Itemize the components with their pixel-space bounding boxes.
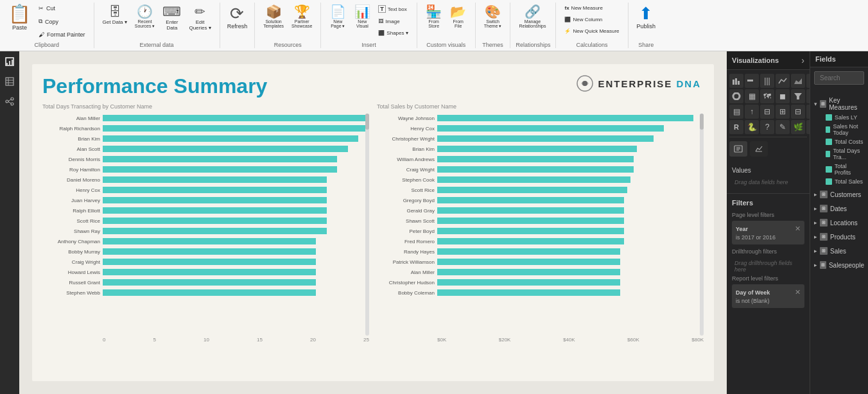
copy-button[interactable]: ⧉ Copy: [35, 15, 89, 28]
new-column-button[interactable]: ⬛ New Column: [561, 14, 622, 25]
bar-fill: [103, 279, 316, 286]
python-icon[interactable]: 🐍: [745, 120, 759, 134]
format-tab[interactable]: [729, 141, 747, 157]
multi-row-card-icon[interactable]: ▤: [729, 105, 743, 119]
list-item[interactable]: Sales Not Today: [824, 122, 865, 137]
field-group-header-salespeople[interactable]: ▸⊞Salespeople: [813, 259, 865, 271]
fields-panel-title: Fields: [815, 55, 836, 63]
field-group-name: Key Measures: [829, 97, 864, 111]
list-item[interactable]: Sales LY: [824, 113, 865, 122]
from-store-button[interactable]: 🏪 From Store: [422, 3, 446, 31]
day-of-week-filter-close[interactable]: ✕: [795, 288, 801, 296]
bar-label: Alan Miller: [42, 116, 100, 121]
area-chart-icon[interactable]: [791, 74, 805, 88]
list-item[interactable]: Total Costs: [824, 137, 865, 146]
column-chart-icon[interactable]: [745, 74, 759, 88]
partner-showcase-button[interactable]: 🏆 Partner Showcase: [288, 3, 315, 31]
list-item: Brian Kim$60K: [377, 144, 704, 153]
bar-fill: [437, 218, 624, 224]
scroll-track-left[interactable]: [365, 114, 369, 336]
field-group-header-locations[interactable]: ▸⊞Locations: [813, 217, 865, 228]
sidebar-icon-report[interactable]: [2, 54, 17, 71]
bar-label: Shawn Ray: [42, 228, 100, 234]
get-data-button[interactable]: 🗄 Get Data ▾: [100, 3, 130, 28]
kpi-icon[interactable]: ↑: [745, 105, 759, 119]
field-group-header-sales[interactable]: ▸⊞Sales: [813, 245, 865, 257]
bar-fill: [103, 146, 348, 152]
text-box-button[interactable]: T Text box: [375, 3, 411, 15]
paste-button[interactable]: 📋 Paste: [5, 3, 34, 33]
sidebar-icon-data[interactable]: [2, 74, 17, 91]
new-visual-button[interactable]: 📊 New Visual: [351, 3, 374, 31]
bar-fill: [103, 135, 358, 142]
list-item: Ralph Elliott21: [42, 206, 369, 215]
scroll-thumb-left[interactable]: [365, 114, 369, 130]
edit-queries-icon: ✏: [195, 5, 205, 18]
cut-button[interactable]: ✂ Cut: [35, 3, 89, 14]
new-page-button[interactable]: 📄 New Page ▾: [326, 3, 349, 31]
format-painter-icon: 🖌: [39, 31, 44, 38]
bar-fill: [103, 248, 316, 255]
slicer-icon[interactable]: ⊟: [760, 105, 774, 119]
solution-templates-button[interactable]: 📦 Solution Templates: [260, 3, 287, 31]
svg-point-14: [582, 81, 587, 86]
enter-data-button[interactable]: ⌨ Enter Data: [159, 3, 184, 33]
field-group-header-customers[interactable]: ▸⊞Customers: [813, 189, 865, 200]
ribbon-group-insert: 📄 New Page ▾ 📊 New Visual T Text box 🖼 I…: [321, 3, 417, 48]
from-file-icon: 📂: [450, 5, 466, 18]
publish-button[interactable]: ⬆ Publish: [634, 3, 659, 32]
fields-search-input[interactable]: [814, 71, 864, 85]
qna-icon[interactable]: ?: [760, 120, 774, 134]
donut-icon[interactable]: [729, 89, 743, 103]
bar-label: Stephen Cook: [377, 177, 435, 183]
new-quick-measure-button[interactable]: ⚡ New Quick Measure: [561, 26, 622, 37]
bar-fill: [437, 269, 620, 275]
manage-relationships-button[interactable]: 🔗 Manage Relationships: [516, 3, 549, 31]
scroll-thumb-right[interactable]: [700, 114, 704, 130]
stacked-bar-icon[interactable]: |||: [760, 74, 774, 88]
switch-theme-button[interactable]: 🎨 Switch Theme ▾: [481, 3, 505, 31]
treemap-icon[interactable]: ▦: [745, 89, 759, 103]
shapes-button[interactable]: ⬛ Shapes ▾: [375, 28, 411, 39]
field-group-header-key-measures[interactable]: ▾⊞Key Measures: [813, 95, 865, 113]
r-visual-icon[interactable]: R: [729, 120, 743, 134]
bar-label: Christopher Wright: [377, 136, 435, 142]
line-chart-icon[interactable]: [776, 74, 790, 88]
list-item: Bobby Murray20: [42, 247, 369, 256]
list-item[interactable]: Total Sales: [824, 177, 865, 186]
bar-fill: [437, 289, 620, 296]
scroll-track-right[interactable]: [700, 114, 704, 336]
paste-icon: 📋: [8, 5, 31, 23]
list-item[interactable]: Total Days Tra...: [824, 146, 865, 162]
funnel-icon[interactable]: [791, 89, 805, 103]
map-icon[interactable]: 🗺: [760, 89, 774, 103]
filled-map-icon[interactable]: ◼: [776, 89, 790, 103]
bar-fill: [103, 238, 316, 244]
analytics-tab[interactable]: [750, 141, 768, 157]
matrix-icon[interactable]: ⊟: [791, 105, 805, 119]
smart-narrative-icon[interactable]: ✎: [776, 120, 790, 134]
viz-panel-expand[interactable]: ›: [801, 55, 804, 65]
field-group-name: Dates: [830, 205, 847, 212]
list-item: Stephen Webb20: [42, 288, 369, 297]
table-icon[interactable]: ⊞: [776, 105, 790, 119]
decomp-tree-icon[interactable]: 🌿: [791, 120, 805, 134]
field-group-header-dates[interactable]: ▸⊞Dates: [813, 203, 865, 214]
sidebar-icon-model[interactable]: [2, 94, 17, 111]
recent-sources-button[interactable]: 🕐 Recent Sources ▾: [132, 3, 159, 31]
list-item: Daniel Moreno21: [42, 175, 369, 184]
logo-icon: [576, 74, 594, 92]
field-group-header-products[interactable]: ▸⊞Products: [813, 231, 865, 243]
field-item-name: Total Profits: [835, 163, 864, 176]
edit-queries-button[interactable]: ✏ Edit Queries ▾: [186, 3, 214, 33]
image-button[interactable]: 🖼 Image: [375, 16, 411, 27]
refresh-button[interactable]: ⟳ Refresh: [224, 3, 251, 32]
year-filter-close[interactable]: ✕: [795, 225, 801, 233]
bar-chart-icon[interactable]: [729, 74, 743, 88]
list-item[interactable]: Total Profits: [824, 162, 865, 177]
new-measure-button[interactable]: fx New Measure: [561, 3, 622, 13]
format-painter-button[interactable]: 🖌 Format Painter: [35, 29, 89, 40]
chevron-right-icon: ▸: [814, 191, 817, 198]
from-file-button[interactable]: 📂 From File: [447, 3, 470, 31]
recent-sources-icon: 🕐: [137, 5, 153, 18]
